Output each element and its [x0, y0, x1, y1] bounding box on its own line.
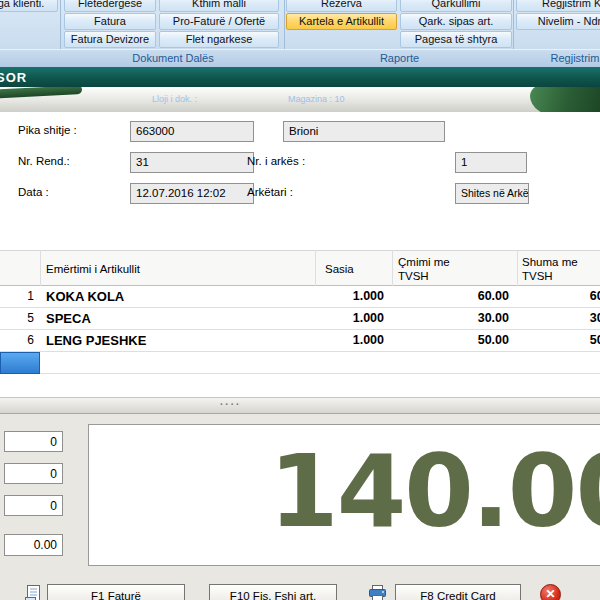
- nr-rend-label: Nr. Rend.:: [18, 155, 70, 167]
- ribbon-button-nivelim-ndrys[interactable]: Nivelim - Ndrys: [516, 13, 600, 30]
- cell-price: 60.00: [392, 286, 517, 308]
- row-number: 1: [0, 286, 40, 308]
- group-label-raporte: Raporte: [286, 52, 513, 64]
- horizontal-splitter[interactable]: ····: [0, 397, 600, 414]
- nr-arkes-field: 1: [455, 152, 527, 173]
- qty-field-1[interactable]: 0: [4, 431, 63, 452]
- header-sasia: Sasia: [325, 262, 354, 276]
- f8-credit-card-button[interactable]: F8 Credit Card: [395, 584, 521, 600]
- ribbon-button-flet-ngarkese[interactable]: Flet ngarkese: [159, 31, 279, 48]
- cell-total: 50.00: [517, 330, 600, 352]
- header-shuma: Shuma me TVSH: [522, 255, 594, 283]
- arketari-label: Arkëtari :: [247, 186, 293, 198]
- cell-quantity: 1.000: [315, 286, 392, 308]
- table-row-empty[interactable]: [0, 352, 600, 374]
- ribbon-button-fatura-devizore[interactable]: Fatura Devizore: [64, 31, 156, 48]
- header-band-left-text: Lloji i dok. :: [152, 94, 197, 104]
- header-band-right-text: Magazina : 10: [288, 94, 345, 104]
- ribbon-button-fatura[interactable]: Fatura: [64, 13, 156, 30]
- ribbon-group-labels: Dokument Dalës Raporte Regjistrim: [0, 49, 600, 67]
- pika-shitje-code-field: 663000: [130, 121, 254, 142]
- table-row[interactable]: 1 KOKA KOLA 1.000 60.00 60.00: [0, 286, 600, 308]
- table-row[interactable]: 6 LENG PJESHKE 1.000 50.00 50.00: [0, 330, 600, 352]
- qty-field-2[interactable]: 0: [4, 463, 63, 484]
- cell-price: 30.00: [392, 308, 517, 330]
- cell-quantity: 1.000: [315, 308, 392, 330]
- ribbon-button-kthim-malli[interactable]: Kthim malli: [159, 0, 279, 12]
- ribbon-button-pro-fature-oferte[interactable]: Pro-Faturë / Ofertë: [159, 13, 279, 30]
- header-band: Lloji i dok. : Magazina : 10: [0, 87, 600, 112]
- cell-quantity: 1.000: [315, 330, 392, 352]
- qty-field-3[interactable]: 0: [4, 495, 63, 516]
- nr-rend-field: 31: [130, 152, 254, 173]
- pos-window: ga klienti. Fletëdergese Fatura Fatura D…: [0, 0, 600, 600]
- cell-price: 50.00: [392, 330, 517, 352]
- invoice-icon[interactable]: [25, 585, 43, 600]
- cell-article-name: SPECA: [40, 308, 315, 330]
- arketari-field: Shites në Arkë: [455, 183, 529, 204]
- close-icon[interactable]: ✕: [540, 584, 561, 600]
- wave-decoration-right: [530, 87, 600, 112]
- printer-icon[interactable]: [368, 585, 387, 600]
- grand-total-value: 140.00: [89, 425, 600, 559]
- ribbon-button-rezerva[interactable]: Rezerva: [286, 0, 397, 12]
- data-label: Data :: [18, 186, 49, 198]
- articles-table: Emërtimi i Artikullit Sasia Çmimi me TVS…: [0, 250, 600, 397]
- cell-total: 30.00: [517, 308, 600, 330]
- table-header: Emërtimi i Artikullit Sasia Çmimi me TVS…: [0, 250, 600, 286]
- nr-arkes-label: Nr. i arkës :: [247, 155, 305, 167]
- cell-article-name: LENG PJESHKE: [40, 330, 315, 352]
- ribbon-button-fletedergese[interactable]: Fletëdergese: [64, 0, 156, 12]
- selected-row-indicator[interactable]: [0, 352, 40, 374]
- ribbon-button-pagesa-te-shtyra[interactable]: Pagesa të shtyra: [400, 31, 512, 48]
- ribbon-button-regjistrim-kf[interactable]: Regjistrim KF: [516, 0, 600, 12]
- totals-panel: 0 0 0 0.00 140.00 F1 Faturë F10 Fis. Fsh…: [0, 414, 600, 600]
- group-label-dokument-dales: Dokument Dalës: [62, 52, 284, 64]
- pika-shitje-name-field: Brioni: [283, 121, 445, 142]
- grand-total-display: 140.00: [88, 424, 600, 566]
- splitter-grip-icon: ····: [220, 399, 241, 410]
- header-emertimi: Emërtimi i Artikullit: [46, 262, 140, 276]
- f10-fshi-art-button[interactable]: F10 Fis. Fshi art.: [209, 584, 337, 600]
- header-cmimi: Çmimi me TVSH: [398, 255, 470, 283]
- cell-article-name: KOKA KOLA: [40, 286, 315, 308]
- ribbon-toolbar: ga klienti. Fletëdergese Fatura Fatura D…: [0, 0, 600, 49]
- title-bar: SOR: [0, 67, 600, 87]
- ribbon-button-kartela-e-artikullit[interactable]: Kartela e Artikullit: [286, 13, 397, 30]
- data-field: 12.07.2016 12:02: [130, 183, 254, 204]
- pika-shitje-label: Pika shitje :: [18, 124, 77, 136]
- group-label-regjistrim: Regjistrim: [515, 52, 600, 64]
- ribbon-button-qark-sipas-art[interactable]: Qark. sipas art.: [400, 13, 512, 30]
- ribbon-button-pagesa-nga-klienti[interactable]: ga klienti.: [0, 0, 58, 12]
- title-bar-text: SOR: [0, 70, 27, 85]
- wave-decoration-left: [0, 87, 82, 100]
- amount-field[interactable]: 0.00: [4, 534, 63, 556]
- ribbon-button-qarkullimi[interactable]: Qarkullimi: [400, 0, 512, 12]
- f1-fature-button[interactable]: F1 Faturë: [47, 584, 185, 600]
- cell-total: 60.00: [517, 286, 600, 308]
- table-row[interactable]: 5 SPECA 1.000 30.00 30.00: [0, 308, 600, 330]
- row-number: 5: [0, 308, 40, 330]
- row-number: 6: [0, 330, 40, 352]
